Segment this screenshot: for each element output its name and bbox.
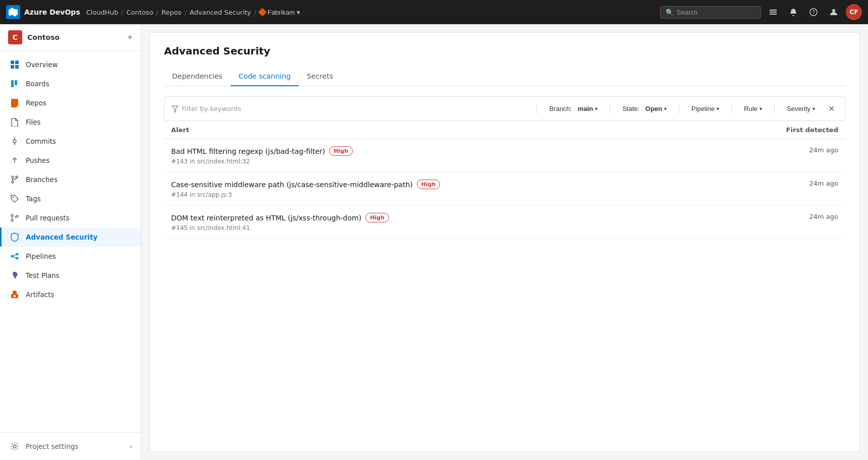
svg-rect-9 [15, 65, 19, 69]
azure-devops-logo[interactable] [6, 5, 20, 19]
sidebar-item-tags-label: Tags [26, 195, 41, 203]
breadcrumb-repos[interactable]: Repos [161, 9, 181, 16]
sep4: / [254, 9, 256, 16]
svg-rect-1 [770, 12, 777, 13]
state-chevron-icon: ▾ [664, 106, 667, 111]
tab-secrets[interactable]: Secrets [299, 67, 341, 86]
sidebar-item-branches[interactable]: Branches [0, 170, 141, 189]
main-layout: C Contoso + Overview Boards [0, 24, 868, 460]
commits-icon [10, 136, 20, 146]
svg-point-18 [13, 197, 14, 198]
table-header: Alert First detected [164, 121, 845, 139]
svg-point-5 [832, 9, 835, 12]
help-button[interactable]: ? [805, 4, 822, 20]
search-icon: 🔍 [666, 9, 674, 16]
table-row[interactable]: Case-sensitive middleware path (js/case-… [164, 172, 845, 206]
svg-rect-8 [11, 65, 14, 69]
svg-rect-11 [15, 80, 17, 85]
sidebar-item-pushes[interactable]: Pushes [0, 151, 141, 170]
overview-icon [10, 60, 20, 70]
severity-filter-button[interactable]: Severity ▾ [783, 103, 819, 114]
tab-dependencies[interactable]: Dependencies [164, 67, 231, 86]
org-name: Contoso [27, 33, 122, 41]
avatar[interactable]: CF [846, 4, 862, 20]
sidebar-item-pushes-label: Pushes [26, 156, 49, 164]
page-title: Advanced Security [164, 45, 845, 57]
sidebar-item-pipelines[interactable]: Pipelines [0, 247, 141, 266]
sidebar-item-overview-label: Overview [26, 61, 58, 69]
sidebar-header: C Contoso + [0, 24, 141, 51]
table-row[interactable]: Bad HTML filtering regexp (js/bad-tag-fi… [164, 139, 845, 172]
sidebar-item-boards[interactable]: Boards [0, 74, 141, 93]
first-detected-3: 24m ago [716, 206, 845, 239]
sidebar-item-artifacts[interactable]: Artifacts [0, 285, 141, 304]
svg-line-26 [13, 257, 16, 258]
settings-icon [10, 441, 20, 451]
fabrikam-diamond-icon [258, 8, 266, 17]
table-row[interactable]: DOM text reinterpreted as HTML (js/xss-t… [164, 206, 845, 239]
search-box[interactable]: 🔍 [660, 6, 761, 19]
sidebar-item-tags[interactable]: Tags [0, 189, 141, 208]
topnav-right-actions: 🔍 ? CF [660, 4, 862, 20]
repos-icon [10, 98, 20, 108]
alert-title-text-2: Case-sensitive middleware path (js/case-… [171, 181, 413, 189]
sidebar-item-overview[interactable]: Overview [0, 55, 141, 74]
sidebar-item-project-settings[interactable]: Project settings « [0, 437, 141, 456]
pullrequests-icon [10, 213, 20, 223]
svg-point-12 [13, 140, 16, 143]
sidebar-item-artifacts-label: Artifacts [26, 291, 55, 299]
sidebar-item-commits[interactable]: Commits [0, 132, 141, 151]
sidebar-item-files[interactable]: Files [0, 112, 141, 132]
rule-chevron-icon: ▾ [760, 106, 762, 111]
breadcrumb-cloudhub[interactable]: CloudHub [86, 9, 118, 16]
breadcrumb-fabrikam-button[interactable]: Fabrikam ▾ [259, 9, 300, 16]
account-button[interactable] [826, 4, 842, 20]
svg-point-23 [16, 253, 19, 256]
menu-icon-button[interactable] [765, 4, 781, 20]
sidebar-item-project-settings-label: Project settings [26, 442, 78, 450]
sidebar-item-pullrequests[interactable]: Pull requests [0, 208, 141, 227]
tab-code-scanning[interactable]: Code scanning [231, 67, 299, 86]
sidebar-item-repos[interactable]: Repos [0, 93, 141, 112]
branch-filter-button[interactable]: Branch: main ▾ [545, 103, 602, 114]
boards-icon [10, 79, 20, 89]
svg-point-17 [12, 181, 14, 183]
filter-keyword-placeholder: Filter by keywords [182, 105, 241, 112]
tabs: Dependencies Code scanning Secrets [164, 67, 845, 86]
sidebar-item-testplans[interactable]: Test Plans [0, 266, 141, 285]
branches-icon [10, 175, 20, 185]
sidebar-item-pullrequests-label: Pull requests [26, 214, 70, 222]
filter-keyword-area[interactable]: Filter by keywords [172, 105, 528, 112]
collapse-icon[interactable]: « [129, 443, 133, 450]
rule-filter-button[interactable]: Rule ▾ [740, 103, 766, 114]
state-value: Open [645, 105, 662, 112]
alert-cell-1: Bad HTML filtering regexp (js/bad-tag-fi… [164, 139, 716, 172]
sidebar-item-advanced-security[interactable]: Advanced Security [0, 227, 141, 247]
filter-clear-button[interactable]: ✕ [825, 102, 838, 116]
severity-badge-2: High [417, 180, 441, 189]
search-input[interactable] [677, 9, 747, 16]
branch-value: main [578, 105, 593, 112]
notifications-button[interactable] [785, 4, 801, 20]
breadcrumb: CloudHub / Contoso / Repos / Advanced Se… [86, 9, 300, 16]
state-filter-button[interactable]: State: Open ▾ [618, 103, 671, 114]
svg-rect-0 [770, 10, 777, 11]
sidebar-item-advanced-security-label: Advanced Security [26, 233, 97, 241]
state-label: State: [622, 105, 639, 112]
add-project-button[interactable]: + [127, 32, 133, 43]
chevron-down-icon: ▾ [297, 9, 300, 16]
security-icon [10, 232, 20, 242]
svg-point-19 [11, 214, 13, 216]
svg-line-25 [13, 255, 16, 256]
breadcrumb-advanced-security[interactable]: Advanced Security [190, 9, 251, 16]
alert-title-3: DOM text reinterpreted as HTML (js/xss-t… [171, 213, 709, 222]
pipeline-filter-button[interactable]: Pipeline ▾ [687, 103, 723, 114]
alert-title-text-1: Bad HTML filtering regexp (js/bad-tag-fi… [171, 147, 325, 155]
app-brand[interactable]: Azure DevOps [24, 8, 80, 16]
first-detected-2: 24m ago [716, 172, 845, 206]
sep3: / [184, 9, 186, 16]
sep2: / [156, 9, 158, 16]
severity-chevron-icon: ▾ [812, 106, 815, 111]
alert-subtitle-2: #144 in src/app.js:3 [171, 191, 709, 198]
breadcrumb-contoso[interactable]: Contoso [127, 9, 153, 16]
